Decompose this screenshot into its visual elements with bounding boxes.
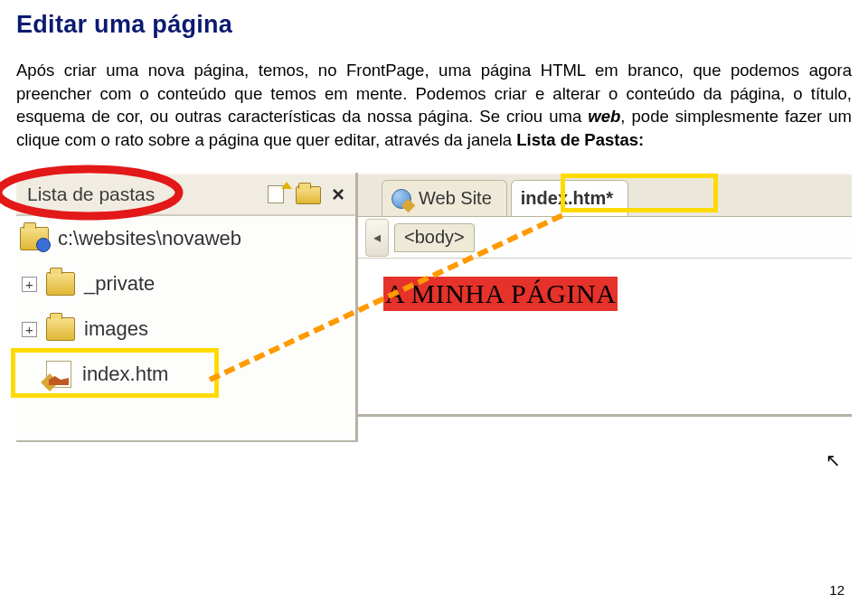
folder-list-header-icons: × [265, 182, 348, 207]
folder-list-body: c:\websites\novaweb + _private + images … [16, 214, 355, 440]
new-folder-icon[interactable] [296, 184, 323, 205]
tab-label: index.htm* [521, 188, 613, 209]
folder-list-title: Lista de pastas [27, 184, 155, 205]
folder-icon [46, 272, 75, 296]
tree-item-label: index.htm [82, 363, 168, 386]
tab-index[interactable]: index.htm* [511, 180, 628, 216]
editor-area: Web Site index.htm* ◂ <body> A MINHA PÁG… [358, 173, 852, 417]
page-heading: Editar uma página [16, 11, 852, 39]
tree-item-images[interactable]: + images [16, 306, 355, 352]
expander-icon[interactable]: + [22, 322, 37, 337]
scroll-left-button[interactable]: ◂ [365, 219, 389, 257]
tree-item-label: _private [84, 272, 155, 296]
tab-web-site[interactable]: Web Site [382, 180, 507, 216]
ui-screenshot: Lista de pastas × c:\websites\novaweb + … [16, 173, 852, 480]
close-icon[interactable]: × [328, 182, 348, 207]
new-page-icon[interactable] [265, 184, 290, 205]
tree-item-private[interactable]: + _private [16, 261, 355, 306]
intro-paragraph: Após criar uma nova página, temos, no Fr… [16, 59, 852, 151]
htm-file-icon [46, 361, 71, 388]
page-number: 12 [829, 582, 844, 598]
body-tag-crumb[interactable]: <body> [394, 223, 475, 252]
para-web-emph: web [588, 107, 620, 126]
document-tabs: Web Site index.htm* [382, 174, 632, 216]
page-heading-text: A MINHA PÁGINA [383, 277, 618, 311]
expander-spacer [22, 367, 37, 382]
tree-item-label: images [84, 317, 148, 341]
tree-root-label: c:\websites\novaweb [58, 227, 241, 250]
editor-content: ◂ <body> A MINHA PÁGINA [358, 216, 852, 414]
tag-breadcrumb-row: ◂ <body> [358, 217, 852, 259]
folder-list-header: Lista de pastas × [16, 173, 355, 214]
para-bold-lista: Lista de Pastas: [516, 130, 644, 149]
web-folder-icon [20, 227, 49, 250]
expander-icon[interactable]: + [22, 277, 37, 292]
cursor-caret-icon: ↖ [826, 449, 841, 471]
tree-item-index[interactable]: index.htm [16, 352, 355, 397]
globe-icon [392, 189, 411, 209]
folder-list-panel: Lista de pastas × c:\websites\novaweb + … [16, 173, 358, 442]
tree-root[interactable]: c:\websites\novaweb [16, 216, 355, 261]
folder-icon [46, 317, 75, 341]
page-canvas[interactable]: A MINHA PÁGINA [358, 259, 852, 414]
tab-label: Web Site [419, 188, 492, 209]
